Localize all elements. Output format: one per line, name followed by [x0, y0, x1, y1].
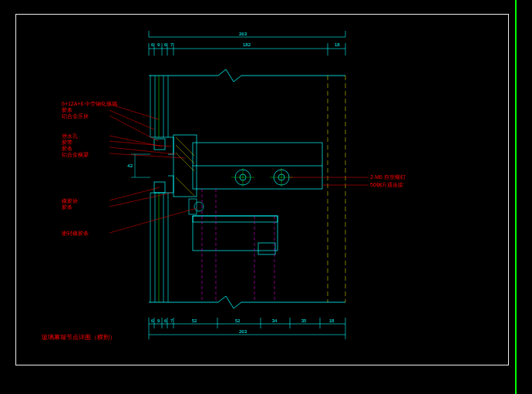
cad-viewport[interactable]: 263 6 9 6 7 182 18	[0, 0, 532, 394]
dim-b1: 9	[157, 318, 160, 323]
svg-rect-47	[189, 199, 197, 214]
dim-b4: 52	[192, 318, 197, 323]
mullion-profile	[150, 135, 322, 197]
svg-rect-25	[154, 139, 165, 150]
ann-alu-mid: 铝合金横梁	[62, 152, 89, 157]
svg-rect-41	[258, 243, 275, 254]
dim-b7: 35	[301, 318, 307, 323]
dim-t4: 182	[243, 42, 251, 47]
dim-bottom-overall: 263	[239, 329, 247, 334]
ann-conn: 50钢方通连接	[370, 182, 403, 187]
svg-line-59	[109, 193, 171, 207]
dim-b3: 7	[170, 318, 173, 323]
ann-sealant2: 胶条	[62, 146, 72, 151]
leaders-left	[109, 104, 197, 233]
dim-b2: 6	[164, 318, 167, 323]
ann-alu-bead: 铝合金压块	[62, 113, 89, 119]
ann-sealant1: 胶条	[62, 107, 72, 113]
dim-t2: 6	[164, 42, 167, 47]
break-bottom	[149, 296, 345, 308]
svg-line-28	[176, 145, 194, 163]
svg-line-52	[109, 110, 154, 130]
svg-line-27	[176, 137, 194, 156]
ann-hole: 泄水孔	[62, 133, 78, 139]
hidden-transom	[202, 189, 274, 302]
dim-t1: 9	[157, 42, 160, 47]
ann-sealant3: 胶条	[62, 204, 72, 210]
dim-b5: 52	[235, 318, 241, 323]
svg-line-29	[176, 153, 194, 171]
bolt-center	[231, 168, 293, 187]
dim-t3: 7	[170, 42, 173, 47]
ann-gasket-assy: 密封橡胶条	[62, 231, 89, 236]
break-top	[149, 69, 345, 82]
svg-line-30	[176, 177, 194, 196]
drawing-title: 玻璃幕墙节点详图（横剖）	[42, 333, 116, 342]
svg-rect-39	[193, 216, 278, 251]
dim-vert	[131, 154, 150, 177]
svg-line-60	[109, 208, 197, 233]
svg-rect-40	[193, 216, 278, 222]
ann-gasket: 橡胶块	[62, 198, 78, 204]
svg-line-56	[109, 147, 176, 154]
svg-line-58	[109, 187, 160, 200]
dim-t0: 6	[151, 42, 154, 47]
hatch	[176, 137, 194, 196]
ann-bolt: 2-M6 自攻螺钉	[370, 174, 406, 180]
hidden-right	[328, 76, 345, 302]
dim-vert-label: 42	[127, 163, 133, 168]
transom	[193, 216, 278, 254]
dim-t5: 18	[335, 42, 340, 47]
dims-bottom	[149, 318, 345, 339]
ann-glass: 6+12A+6 中空钢化玻璃	[62, 101, 117, 106]
ann-tape: 胶带	[62, 140, 72, 145]
dim-b8: 18	[329, 318, 335, 323]
dim-b0: 6	[151, 318, 154, 323]
leaders-right	[289, 177, 369, 185]
gasket-lower	[189, 199, 204, 214]
dim-top-overall: 263	[239, 32, 247, 36]
dim-b6: 34	[272, 318, 278, 323]
